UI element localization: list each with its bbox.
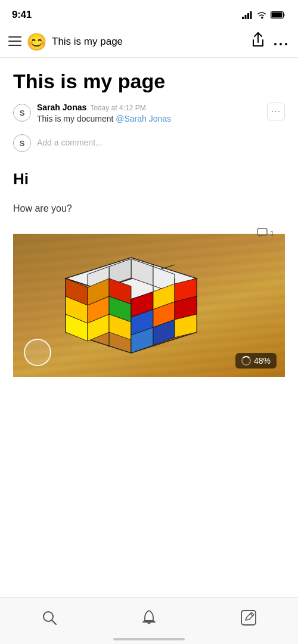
bell-icon xyxy=(142,610,156,626)
play-button[interactable] xyxy=(24,339,51,366)
more-options-button[interactable] xyxy=(269,32,290,52)
svg-rect-0 xyxy=(242,17,244,19)
notifications-tab[interactable] xyxy=(131,606,167,630)
svg-rect-8 xyxy=(8,41,21,42)
svg-rect-1 xyxy=(245,15,247,19)
comment-timestamp: Today at 4:12 PM xyxy=(90,104,145,112)
svg-rect-5 xyxy=(284,14,285,17)
comment-block: S Sarah Jonas Today at 4:12 PM This is m… xyxy=(13,103,285,123)
svg-rect-54 xyxy=(241,611,256,625)
page-emoji: 😊 xyxy=(26,32,47,52)
wifi-icon xyxy=(256,11,267,19)
svg-point-11 xyxy=(280,43,282,45)
tab-bar xyxy=(0,597,298,644)
comment-count: 1 xyxy=(270,229,274,238)
comment-mention: @Sarah Jonas xyxy=(116,114,171,123)
page-content-area: This is my page S Sarah Jonas Today at 4… xyxy=(0,58,298,152)
svg-line-53 xyxy=(52,620,56,624)
page-title: This is my page xyxy=(13,70,285,93)
search-icon xyxy=(42,610,57,626)
loading-spinner xyxy=(241,356,251,366)
image-comment-badge[interactable]: 1 xyxy=(257,228,274,239)
comment-icon xyxy=(257,228,268,239)
svg-rect-6 xyxy=(272,13,283,18)
svg-rect-13 xyxy=(257,228,267,236)
doc-body: Hi How are you? 1 xyxy=(0,170,298,377)
hamburger-menu-button[interactable] xyxy=(8,32,26,52)
svg-rect-9 xyxy=(8,45,21,46)
add-comment-row: S Add a comment... xyxy=(13,133,285,152)
status-time: 9:41 xyxy=(12,9,32,21)
nav-bar: 😊 This is my page xyxy=(0,26,298,58)
comment-author-name: Sarah Jonas xyxy=(37,103,86,112)
comment-text: This is my document @Sarah Jonas xyxy=(37,114,261,123)
loading-percent: 48% xyxy=(254,356,271,366)
comment-meta: Sarah Jonas Today at 4:12 PM xyxy=(37,103,261,112)
battery-icon xyxy=(271,11,286,19)
status-bar: 9:41 xyxy=(0,0,298,26)
svg-rect-3 xyxy=(250,11,252,19)
rubiks-cube-image: 48% xyxy=(13,234,285,377)
image-section: 1 xyxy=(13,234,285,377)
doc-heading: Hi xyxy=(13,170,285,188)
svg-point-12 xyxy=(285,43,287,45)
comment-body: Sarah Jonas Today at 4:12 PM This is my … xyxy=(37,103,261,123)
edit-icon xyxy=(241,610,256,626)
svg-point-10 xyxy=(274,43,277,45)
svg-rect-2 xyxy=(247,13,249,19)
status-icons xyxy=(242,11,286,19)
home-indicator xyxy=(113,638,185,640)
doc-paragraph: How are you? xyxy=(13,202,285,216)
add-comment-avatar: S xyxy=(13,134,31,152)
svg-line-55 xyxy=(250,614,253,616)
edit-tab[interactable] xyxy=(231,606,266,630)
share-button[interactable] xyxy=(247,30,269,54)
signal-icon xyxy=(242,11,253,19)
loading-badge: 48% xyxy=(235,353,277,369)
svg-rect-7 xyxy=(8,36,21,38)
nav-page-title: This is my page xyxy=(52,36,247,48)
add-comment-input[interactable]: Add a comment... xyxy=(37,138,285,147)
comment-author-avatar: S xyxy=(13,104,31,122)
search-tab[interactable] xyxy=(32,606,67,630)
comment-options-button[interactable]: ··· xyxy=(267,103,285,120)
